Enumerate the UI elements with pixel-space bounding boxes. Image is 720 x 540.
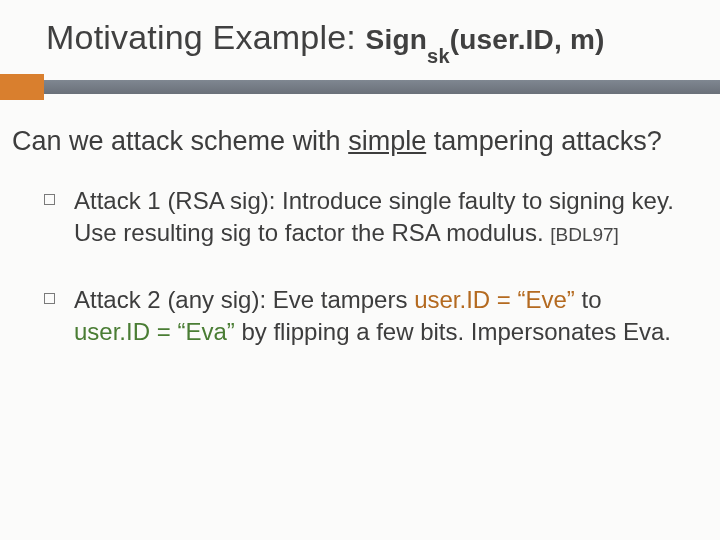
highlight-eva: user.ID = “Eva” [74,318,235,345]
bullet-list: Attack 1 (RSA sig): Introduce single fau… [0,167,720,349]
highlight-eve: user.ID = “Eve” [414,286,575,313]
bullet-pre: Attack 2 (any sig): Eve tampers [74,286,414,313]
accent-grey [44,80,720,94]
bullet-post: by flipping a few bits. Impersonates Eva… [235,318,671,345]
question-text: Can we attack scheme with simple tamperi… [0,100,720,167]
bullet-square-icon [44,194,55,205]
title-args: (user.ID, m) [450,24,605,55]
slide: Motivating Example: Signsk(user.ID, m) C… [0,0,720,540]
title-main: Motivating Example: [46,18,356,56]
accent-band [0,74,720,100]
bullet-item: Attack 1 (RSA sig): Introduce single fau… [44,185,684,250]
bullet-square-icon [44,293,55,304]
bullet-item: Attack 2 (any sig): Eve tampers user.ID … [44,284,684,349]
citation: [BDL97] [550,224,619,245]
accent-orange [0,74,44,100]
question-underlined: simple [348,126,426,156]
slide-title: Motivating Example: Signsk(user.ID, m) [0,0,720,74]
title-function: Sign [366,24,427,55]
title-subscript: sk [427,45,450,67]
bullet-mid: to [575,286,602,313]
question-post: tampering attacks? [426,126,662,156]
question-pre: Can we attack scheme with [12,126,348,156]
